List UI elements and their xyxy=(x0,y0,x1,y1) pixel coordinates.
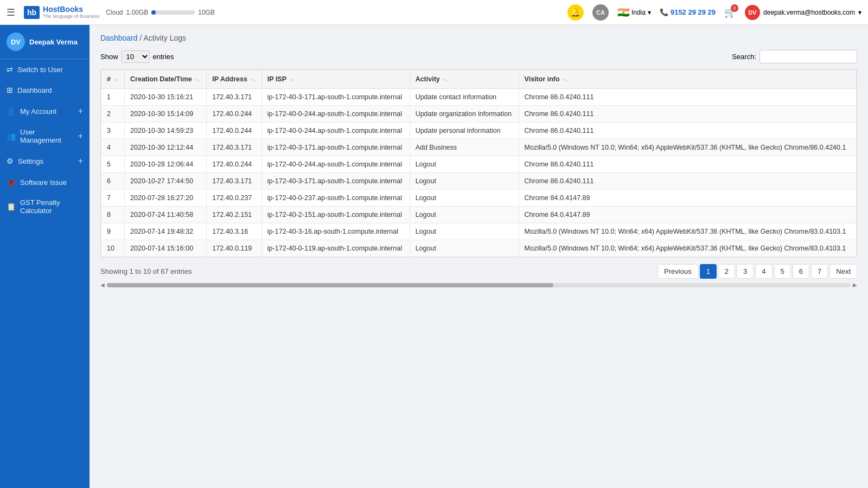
cell-num-1: 2 xyxy=(101,106,125,123)
col-header-activity[interactable]: Activity ↑↓ xyxy=(410,70,519,89)
cell-ip_isp-6: ip-172-40-0-237.ap-south-1.compute.inter… xyxy=(261,190,410,207)
country-selector[interactable]: 🇮🇳 India ▾ xyxy=(617,7,651,18)
scroll-track[interactable] xyxy=(107,283,851,287)
cell-ip_isp-4: ip-172-40-0-244.ap-south-1.compute.inter… xyxy=(261,156,410,173)
page-btn-3[interactable]: 3 xyxy=(737,264,754,279)
cell-creation_date-1: 2020-10-30 15:14:09 xyxy=(125,106,207,123)
col-header-ip_isp[interactable]: IP ISP ↑↓ xyxy=(261,70,410,89)
sidebar-icon-user-management: 👥 xyxy=(7,132,16,140)
table-controls: Show 102550100 entries Search: xyxy=(100,50,857,63)
cell-visitor_info-6: Chrome 84.0.4147.89 xyxy=(519,190,856,207)
sidebar-icon-dashboard: ⊞ xyxy=(7,86,13,94)
cell-visitor_info-7: Chrome 84.0.4147.89 xyxy=(519,207,856,223)
page-btn-6[interactable]: 6 xyxy=(793,264,809,279)
cell-ip_address-3: 172.40.3.171 xyxy=(207,139,262,156)
user-avatar: DV xyxy=(745,5,760,20)
breadcrumb: Dashboard / Activity Logs xyxy=(100,34,857,42)
cell-ip_address-5: 172.40.3.171 xyxy=(207,173,262,190)
sidebar-label-switch-to-user: Switch to User xyxy=(17,66,63,74)
cell-creation_date-5: 2020-10-27 17:44:50 xyxy=(125,173,207,190)
cell-activity-0: Update contact information xyxy=(410,89,519,106)
user-area[interactable]: DV deepak.verma@hostbooks.com ▾ xyxy=(745,5,861,20)
cell-ip_address-1: 172.40.0.244 xyxy=(207,106,262,123)
table-row: 102020-07-14 15:16:00172.40.0.119ip-172-… xyxy=(101,240,857,257)
page-btn-1[interactable]: 1 xyxy=(700,264,717,279)
cell-activity-4: Logout xyxy=(410,156,519,173)
col-header-ip_address[interactable]: IP Address ↑↓ xyxy=(207,70,262,89)
storage-info: Cloud 1.00GB 10GB xyxy=(106,9,215,16)
hamburger-icon[interactable]: ☰ xyxy=(7,7,15,18)
sidebar-item-dashboard[interactable]: ⊞ Dashboard xyxy=(0,80,90,100)
page-btn-5[interactable]: 5 xyxy=(774,264,791,279)
cell-creation_date-2: 2020-10-30 14:59:23 xyxy=(125,123,207,139)
page-btn-7[interactable]: 7 xyxy=(811,264,828,279)
ca-badge[interactable]: CA xyxy=(592,4,609,21)
table-row: 72020-07-28 16:27:20172.40.0.237ip-172-4… xyxy=(101,190,857,207)
cell-creation_date-6: 2020-07-28 16:27:20 xyxy=(125,190,207,207)
sidebar-item-switch-to-user[interactable]: ⇄ Switch to User xyxy=(0,59,90,80)
activity-table: # ↑↓Creation Date/Time ↑↓IP Address ↑↓IP… xyxy=(101,69,857,257)
sidebar-plus-settings[interactable]: + xyxy=(78,156,83,166)
phone-area: 📞 9152 29 29 29 xyxy=(660,8,716,16)
notification-icon[interactable]: 🔔 xyxy=(567,4,584,21)
cell-activity-7: Logout xyxy=(410,207,519,223)
cell-ip_isp-3: ip-172-40-3-171.ap-south-1.compute.inter… xyxy=(261,139,410,156)
sidebar-plus-user-management[interactable]: + xyxy=(78,131,83,141)
table-row: 12020-10-30 15:16:21172.40.3.171ip-172-4… xyxy=(101,89,857,106)
cell-visitor_info-3: Mozilla/5.0 (Windows NT 10.0; Win64; x64… xyxy=(519,139,856,156)
pagination-buttons: Previous1234567Next xyxy=(658,264,857,279)
cell-visitor_info-0: Chrome 86.0.4240.111 xyxy=(519,89,856,106)
cell-visitor_info-8: Mozilla/5.0 (Windows NT 10.0; Win64; x64… xyxy=(519,223,856,240)
scrollbar-row: ◀ ▶ xyxy=(100,282,857,288)
breadcrumb-parent[interactable]: Dashboard xyxy=(100,34,138,42)
cell-num-9: 10 xyxy=(101,240,125,257)
cell-ip_isp-2: ip-172-40-0-244.ap-south-1.compute.inter… xyxy=(261,123,410,139)
sidebar-icon-switch-to-user: ⇄ xyxy=(7,65,13,74)
table-row: 22020-10-30 15:14:09172.40.0.244ip-172-4… xyxy=(101,106,857,123)
cell-creation_date-0: 2020-10-30 15:16:21 xyxy=(125,89,207,106)
cell-ip_isp-9: ip-172-40-0-119.ap-south-1.compute.inter… xyxy=(261,240,410,257)
scroll-thumb xyxy=(107,283,553,287)
next-button[interactable]: Next xyxy=(829,264,857,279)
col-header-visitor_info[interactable]: Visitor info ↑↓ xyxy=(519,70,856,89)
cart-area[interactable]: 🛒 0 xyxy=(724,7,736,18)
entries-select[interactable]: 102550100 xyxy=(122,50,150,63)
sidebar-item-software-issue[interactable]: 🐞 Software Issue xyxy=(0,172,90,192)
cell-visitor_info-4: Chrome 86.0.4240.111 xyxy=(519,156,856,173)
cell-visitor_info-1: Chrome 86.0.4240.111 xyxy=(519,106,856,123)
cell-visitor_info-2: Chrome 86.0.4240.111 xyxy=(519,123,856,139)
sidebar-item-settings[interactable]: ⚙ Settings + xyxy=(0,150,90,172)
page-btn-4[interactable]: 4 xyxy=(755,264,772,279)
search-area: Search: xyxy=(732,50,857,63)
sidebar-username: Deepak Verma xyxy=(29,38,78,46)
cell-activity-8: Logout xyxy=(410,223,519,240)
pagination-info: Showing 1 to 10 of 67 entries xyxy=(100,267,192,275)
chevron-down-icon: ▾ xyxy=(648,9,651,16)
sidebar-plus-my-account[interactable]: + xyxy=(78,106,83,116)
cell-ip_address-0: 172.40.3.171 xyxy=(207,89,262,106)
sort-icon-activity: ↑↓ xyxy=(442,77,448,82)
table-wrapper: # ↑↓Creation Date/Time ↑↓IP Address ↑↓IP… xyxy=(100,69,857,258)
cell-activity-9: Logout xyxy=(410,240,519,257)
sidebar-item-gst-penalty[interactable]: 📋 GST Penalty Calculator xyxy=(0,192,90,221)
page-btn-2[interactable]: 2 xyxy=(718,264,735,279)
cell-num-6: 7 xyxy=(101,190,125,207)
cell-creation_date-3: 2020-10-30 12:12:44 xyxy=(125,139,207,156)
cell-ip_address-2: 172.40.0.244 xyxy=(207,123,262,139)
cell-activity-1: Update organization information xyxy=(410,106,519,123)
sidebar-item-user-management[interactable]: 👥 User Management + xyxy=(0,122,90,150)
search-input[interactable] xyxy=(760,50,857,63)
col-header-creation_date[interactable]: Creation Date/Time ↑↓ xyxy=(125,70,207,89)
cell-activity-6: Logout xyxy=(410,190,519,207)
scroll-left-arrow[interactable]: ◀ xyxy=(100,282,105,288)
cell-ip_address-7: 172.40.2.151 xyxy=(207,207,262,223)
sidebar-item-my-account[interactable]: 👤 My Account + xyxy=(0,100,90,122)
prev-button[interactable]: Previous xyxy=(658,264,698,279)
storage-bar-fill xyxy=(151,10,156,15)
breadcrumb-current: Activity Logs xyxy=(143,34,186,42)
scroll-right-arrow[interactable]: ▶ xyxy=(853,282,857,288)
table-row: 92020-07-14 19:48:32172.40.3.16ip-172-40… xyxy=(101,223,857,240)
col-header-num[interactable]: # ↑↓ xyxy=(101,70,125,89)
table-row: 62020-10-27 17:44:50172.40.3.171ip-172-4… xyxy=(101,173,857,190)
sidebar-label-software-issue: Software Issue xyxy=(20,178,67,187)
